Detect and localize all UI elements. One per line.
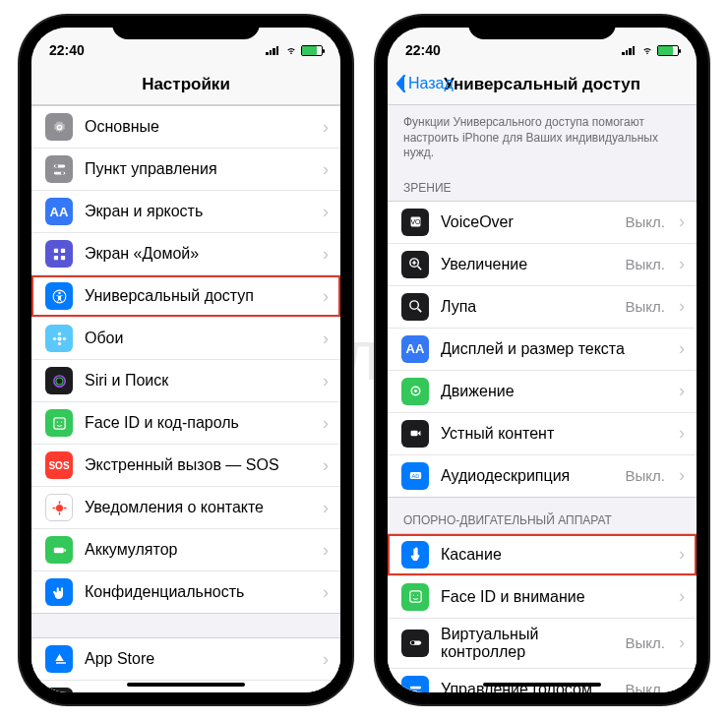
battery-icon — [657, 45, 679, 56]
row-value: Выкл. — [626, 467, 665, 484]
settings-row-switches[interactable]: Пункт управления› — [31, 149, 340, 191]
chevron-right-icon: › — [679, 465, 685, 486]
settings-row-speak[interactable]: Устный контент› — [388, 413, 697, 455]
chevron-right-icon: › — [323, 455, 329, 476]
settings-row-grid[interactable]: Экран «Домой»› — [31, 233, 340, 275]
settings-content[interactable]: Основные›Пункт управления›AAЭкран и ярко… — [31, 105, 340, 692]
row-label: Экстренный вызов — SOS — [85, 456, 311, 474]
nav-header: Настройки — [31, 67, 340, 105]
settings-row-faceid[interactable]: Face ID и код-пароль› — [31, 402, 340, 445]
settings-row-flower[interactable]: Обои› — [31, 318, 340, 360]
svg-rect-6 — [60, 248, 64, 252]
page-title: Настройки — [39, 75, 333, 94]
settings-row-touch[interactable]: Касание› — [388, 534, 697, 576]
battery-icon — [301, 45, 323, 56]
svg-point-44 — [416, 595, 417, 596]
chevron-right-icon: › — [679, 211, 685, 232]
svg-point-20 — [60, 421, 61, 422]
svg-point-4 — [60, 171, 63, 174]
svg-point-13 — [57, 341, 61, 345]
zoom-icon — [401, 251, 429, 278]
switch-icon — [401, 630, 429, 657]
row-value: Выкл. — [626, 298, 665, 315]
row-label: Аккумулятор — [85, 541, 311, 559]
chevron-right-icon: › — [679, 679, 685, 692]
vo-icon: VO — [401, 209, 429, 236]
row-label: Универсальный доступ — [85, 287, 311, 305]
svg-point-14 — [52, 336, 56, 340]
settings-row-AA[interactable]: AAДисплей и размер текста› — [388, 329, 697, 371]
home-indicator — [127, 683, 245, 687]
section-note: Функции Универсального доступа помогают … — [388, 105, 697, 165]
settings-row-accessibility[interactable]: Универсальный доступ› — [31, 275, 340, 318]
row-label: Пункт управления — [85, 160, 311, 178]
vision-group: VOVoiceOverВыкл.›УвеличениеВыкл.›ЛупаВык… — [388, 201, 697, 498]
settings-row-ad[interactable]: ADАудиодескрипцияВыкл.› — [388, 455, 697, 497]
row-label: Увеличение — [441, 256, 614, 273]
battery-icon — [45, 536, 73, 564]
virus-icon — [45, 494, 73, 521]
signal-icon — [266, 45, 281, 55]
svg-rect-48 — [409, 690, 416, 692]
touch-icon — [401, 541, 429, 569]
row-label: Касание — [441, 546, 667, 564]
flower-icon — [45, 325, 73, 352]
row-label: Движение — [441, 383, 667, 400]
switches-icon — [45, 155, 73, 183]
motion-icon — [401, 378, 429, 405]
row-label: Дисплей и размер текста — [441, 340, 667, 358]
hand-icon — [45, 578, 73, 606]
signal-icon — [622, 45, 637, 55]
status-indicators — [622, 45, 679, 56]
home-indicator — [483, 683, 601, 687]
chevron-right-icon: › — [323, 540, 329, 561]
row-value: Выкл. — [626, 634, 665, 651]
row-label: App Store — [85, 650, 311, 668]
phone-right: 22:40 Назад Универсальный доступ Функции… — [376, 16, 708, 704]
chevron-right-icon: › — [679, 254, 685, 274]
settings-row-appstore[interactable]: App Store› — [31, 638, 340, 681]
settings-row-faceid[interactable]: Face ID и внимание› — [388, 576, 697, 619]
svg-point-17 — [55, 377, 62, 384]
back-button[interactable]: Назад — [395, 75, 454, 92]
appstore-icon — [45, 645, 73, 673]
chevron-right-icon: › — [323, 159, 329, 180]
nav-header: Назад Универсальный доступ — [388, 67, 697, 105]
section-header-motor: ОПОРНО-ДВИГАТЕЛЬНЫЙ АППАРАТ — [388, 498, 697, 533]
svg-point-46 — [410, 641, 414, 645]
wallet-icon — [45, 688, 73, 692]
section-header-vision: ЗРЕНИЕ — [388, 165, 697, 201]
settings-row-voice[interactable]: Управление голосомВыкл.› — [388, 669, 697, 692]
settings-row-hand[interactable]: Конфиденциальность› — [31, 571, 340, 613]
screen-left: 22:40 Настройки Основные›Пункт управлени… — [31, 28, 340, 692]
settings-row-magnifier[interactable]: ЛупаВыкл.› — [388, 286, 697, 329]
settings-row-zoom[interactable]: УвеличениеВыкл.› — [388, 244, 697, 286]
phone-left: 22:40 Настройки Основные›Пункт управлени… — [20, 16, 352, 704]
row-label: Siri и Поиск — [85, 372, 311, 390]
motor-group: Касание›Face ID и внимание›Виртуальный к… — [388, 533, 697, 692]
row-label: Face ID и код-пароль — [85, 414, 311, 432]
svg-point-21 — [55, 504, 62, 510]
chevron-right-icon: › — [323, 329, 329, 349]
wifi-icon — [284, 45, 298, 55]
settings-row-motion[interactable]: Движение› — [388, 371, 697, 413]
settings-row-gear[interactable]: Основные› — [31, 106, 340, 149]
settings-row-siri[interactable]: Siri и Поиск› — [31, 360, 340, 402]
status-indicators — [266, 45, 323, 56]
settings-row-virus[interactable]: Уведомления о контакте› — [31, 487, 340, 529]
svg-rect-8 — [60, 255, 64, 259]
settings-row-switch[interactable]: Виртуальный контроллерВыкл.› — [388, 619, 697, 669]
settings-row-vo[interactable]: VOVoiceOverВыкл.› — [388, 202, 697, 244]
chevron-right-icon: › — [679, 296, 685, 317]
svg-rect-39 — [410, 431, 417, 437]
settings-row-battery[interactable]: Аккумулятор› — [31, 529, 340, 571]
svg-point-10 — [58, 291, 61, 294]
magnifier-icon — [401, 293, 429, 321]
settings-row-SOS[interactable]: SOSЭкстренный вызов — SOS› — [31, 445, 340, 487]
accessibility-content[interactable]: Функции Универсального доступа помогают … — [388, 105, 697, 692]
notch — [468, 16, 616, 39]
SOS-icon: SOS — [45, 451, 73, 479]
row-label: Экран «Домой» — [85, 245, 311, 263]
gear-icon — [45, 113, 73, 141]
settings-row-AA[interactable]: AAЭкран и яркость› — [31, 191, 340, 233]
